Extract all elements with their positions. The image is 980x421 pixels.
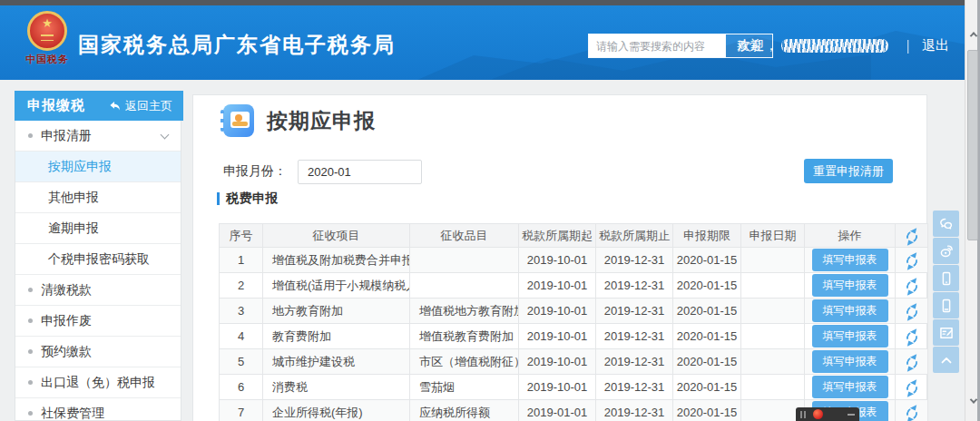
sidebar-item-overdue-declaration[interactable]: 逾期申报 bbox=[15, 213, 181, 244]
back-home-link[interactable]: 返回主页 bbox=[109, 98, 172, 114]
col-item: 征收品目 bbox=[410, 224, 519, 248]
mobile-icon bbox=[938, 298, 955, 314]
sidebar-item-personal-tax-password[interactable]: 个税申报密码获取 bbox=[15, 244, 181, 275]
sidebar-item-periodic-declaration[interactable]: 按期应申报 bbox=[15, 152, 181, 182]
cell-seq: 3 bbox=[220, 299, 263, 324]
cell-refresh bbox=[896, 324, 928, 349]
scroll-down-button[interactable] bbox=[965, 392, 980, 410]
col-refresh bbox=[896, 224, 928, 248]
refresh-icon[interactable] bbox=[905, 279, 919, 294]
bullet-icon bbox=[28, 288, 33, 292]
sidebar-item-label: 逾期申报 bbox=[48, 220, 99, 237]
bullet-icon bbox=[28, 411, 33, 416]
cell-project: 教育费附加 bbox=[263, 324, 410, 349]
back-to-top-button[interactable] bbox=[933, 347, 959, 373]
back-to-top-icon bbox=[938, 352, 955, 368]
scroll-up-button[interactable] bbox=[965, 25, 980, 44]
refresh-icon[interactable] bbox=[905, 305, 919, 319]
cell-deadline: 2020-01-15 bbox=[673, 299, 741, 324]
sidebar-item-label: 其他申报 bbox=[48, 190, 99, 206]
mobile-button[interactable] bbox=[933, 292, 959, 318]
table-row: 6 消费税 雪茄烟 2019-10-01 2019-12-31 2020-01-… bbox=[220, 375, 928, 400]
table-header-row: 序号 征收项目 征收品目 税款所属期起 税款所属期止 申报期限 申报日期 操作 bbox=[220, 224, 928, 248]
fill-declaration-button[interactable]: 填写申报表 bbox=[812, 350, 888, 373]
bullet-icon bbox=[28, 318, 33, 323]
refresh-icon[interactable] bbox=[905, 330, 919, 345]
bullet-icon bbox=[28, 380, 33, 385]
page-title: 按期应申报 bbox=[267, 107, 376, 135]
mobile-app-icon bbox=[938, 270, 955, 287]
cell-deadline: 2020-01-15 bbox=[673, 400, 741, 421]
drag-grip-icon bbox=[800, 411, 808, 418]
sidebar-item-social-insurance[interactable]: 社保费管理 bbox=[15, 398, 181, 421]
col-project: 征收项目 bbox=[263, 224, 410, 248]
refresh-icon[interactable] bbox=[905, 230, 919, 244]
cell-period-end: 2019-12-31 bbox=[596, 324, 673, 349]
sidebar-header: 申报缴税 返回主页 bbox=[15, 91, 183, 121]
cell-refresh bbox=[896, 273, 928, 299]
month-input[interactable] bbox=[298, 160, 422, 184]
sidebar-menu: 申报清册 按期应申报 其他申报 逾期申报 个税申报密码获取 清缴税款 申报作废 bbox=[15, 121, 181, 421]
user-divider: ｜ bbox=[901, 37, 915, 54]
month-filter-row: 申报月份： bbox=[223, 159, 422, 184]
sidebar-item-reserve-payment[interactable]: 预约缴款 bbox=[15, 337, 181, 367]
col-period-end: 税款所属期止 bbox=[596, 224, 673, 248]
sidebar-item-label: 按期应申报 bbox=[48, 159, 112, 175]
cell-refresh bbox=[896, 400, 928, 421]
reset-declaration-button[interactable]: 重置申报清册 bbox=[804, 159, 893, 183]
weibo-button[interactable] bbox=[933, 238, 959, 264]
scrollbar-thumb[interactable] bbox=[967, 50, 978, 240]
logout-link[interactable]: 退出 bbox=[922, 37, 949, 54]
sidebar-item-export-tax-refund[interactable]: 出口退（免）税申报 bbox=[15, 367, 181, 398]
cell-seq: 2 bbox=[220, 273, 263, 299]
fill-declaration-button[interactable]: 填写申报表 bbox=[812, 299, 888, 322]
section-accent-bar bbox=[217, 192, 220, 205]
weibo-icon bbox=[938, 243, 955, 259]
cell-project: 地方教育附加 bbox=[263, 299, 410, 324]
cell-period-start: 2019-10-01 bbox=[519, 375, 596, 400]
cell-period-start: 2019-10-01 bbox=[519, 273, 596, 299]
sidebar-item-label: 申报作废 bbox=[41, 313, 92, 329]
cell-filed-date bbox=[741, 324, 805, 349]
user-area: 欢迎， ｜ 退出 bbox=[737, 35, 949, 55]
search-input[interactable] bbox=[589, 34, 725, 57]
scrollbar[interactable] bbox=[965, 0, 980, 421]
refresh-icon[interactable] bbox=[905, 381, 919, 396]
fill-declaration-button[interactable]: 填写申报表 bbox=[812, 325, 888, 348]
fill-declaration-button[interactable]: 填写申报表 bbox=[812, 376, 888, 398]
table-row: 2 增值税(适用于小规模纳税人) 2019-10-01 2019-12-31 2… bbox=[220, 273, 928, 299]
sidebar-item-other-declaration[interactable]: 其他申报 bbox=[15, 182, 181, 213]
chevron-up-icon bbox=[969, 32, 976, 39]
sidebar-title: 申报缴税 bbox=[27, 97, 85, 114]
refresh-icon[interactable] bbox=[905, 254, 919, 269]
cell-period-start: 2019-10-01 bbox=[519, 248, 596, 273]
wechat-icon bbox=[938, 216, 955, 232]
cell-refresh bbox=[896, 349, 928, 375]
site-header: ★ 中国税务 国家税务总局广东省电子税务局 搜索 欢迎， ｜ 退出 bbox=[0, 5, 980, 80]
wechat-button[interactable] bbox=[933, 210, 959, 237]
col-filed-date: 申报日期 bbox=[741, 224, 805, 248]
declaration-table: 序号 征收项目 征收品目 税款所属期起 税款所属期止 申报期限 申报日期 操作 … bbox=[219, 223, 928, 421]
section-header: 税费申报 bbox=[217, 191, 279, 207]
screen: ★ 中国税务 国家税务总局广东省电子税务局 搜索 欢迎， ｜ 退出 申报缴税 返… bbox=[0, 0, 980, 421]
cell-action: 填写申报表 bbox=[805, 375, 896, 400]
sidebar-item-label: 申报清册 bbox=[41, 128, 92, 144]
floating-widget[interactable] bbox=[796, 407, 859, 421]
refresh-icon[interactable] bbox=[905, 406, 919, 421]
cell-deadline: 2020-01-15 bbox=[673, 273, 741, 299]
fill-declaration-button[interactable]: 填写申报表 bbox=[812, 249, 888, 271]
sidebar-item-void-declaration[interactable]: 申报作废 bbox=[15, 306, 181, 337]
cell-filed-date bbox=[741, 400, 805, 421]
cell-period-end: 2019-12-31 bbox=[596, 248, 673, 273]
floating-toolbar bbox=[933, 210, 959, 374]
cell-action: 填写申报表 bbox=[805, 324, 896, 349]
mobile-app-button[interactable] bbox=[933, 265, 959, 291]
chevron-down-icon bbox=[161, 131, 170, 140]
cell-seq: 6 bbox=[220, 375, 263, 400]
cell-filed-date bbox=[741, 248, 805, 273]
sidebar-item-pay-tax[interactable]: 清缴税款 bbox=[15, 275, 181, 306]
sidebar-item-declaration-list[interactable]: 申报清册 bbox=[15, 121, 181, 152]
survey-button[interactable] bbox=[933, 319, 959, 346]
refresh-icon[interactable] bbox=[905, 356, 919, 370]
fill-declaration-button[interactable]: 填写申报表 bbox=[812, 274, 888, 297]
